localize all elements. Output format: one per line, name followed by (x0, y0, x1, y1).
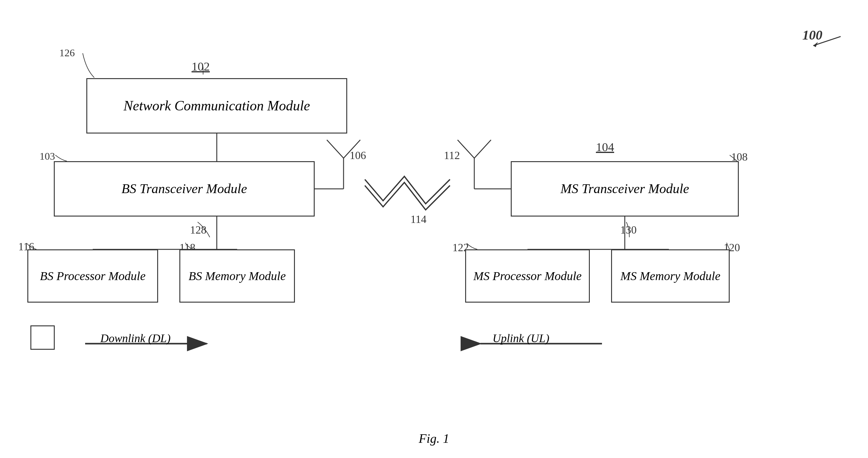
bs-processor-box: BS Processor Module (27, 249, 158, 303)
ref-114-label: 114 (410, 213, 427, 226)
ms-transceiver-box: MS Transceiver Module (511, 161, 739, 217)
dl-legend-box (30, 326, 55, 350)
svg-line-9 (327, 140, 344, 158)
ref-106-label: 106 (350, 149, 366, 162)
ms-memory-box: MS Memory Module (611, 249, 730, 303)
bs-transceiver-box: BS Transceiver Module (54, 161, 315, 217)
ref-130-label: 130 (620, 223, 637, 236)
uplink-label: Uplink (UL) (493, 332, 549, 345)
network-comm-module-box: Network Communication Module (86, 78, 347, 133)
ref-100-arrow (807, 30, 844, 49)
ref-126-label: 126 (59, 47, 75, 59)
ref-103-label: 103 (39, 151, 55, 162)
bs-memory-box: BS Memory Module (179, 249, 295, 303)
svg-line-14 (474, 140, 491, 158)
ms-processor-box: MS Processor Module (465, 249, 590, 303)
diagram-container: 100 102 126 Network Communication Module… (0, 0, 868, 458)
svg-line-13 (458, 140, 474, 158)
svg-line-20 (813, 36, 841, 45)
ref-102-label: 102 (191, 59, 210, 73)
diagram-lines (0, 0, 868, 458)
ref-112-label: 112 (444, 149, 460, 162)
ref-128-label: 128 (190, 223, 207, 236)
figure-label: Fig. 1 (0, 431, 868, 446)
downlink-label: Downlink (DL) (100, 332, 170, 345)
ref-104-label: 104 (596, 140, 614, 154)
